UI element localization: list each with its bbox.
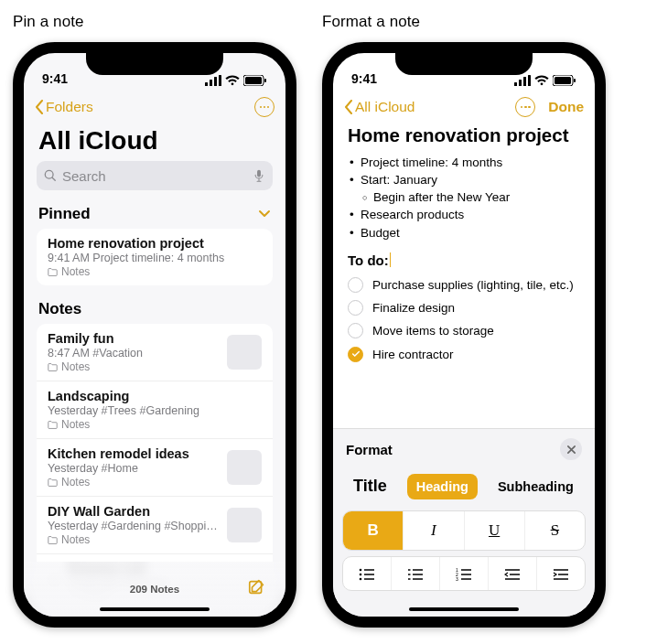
style-title-button[interactable]: Title: [344, 471, 396, 501]
svg-rect-12: [514, 82, 517, 86]
strikethrough-button[interactable]: S: [525, 511, 585, 550]
search-icon: [44, 169, 57, 182]
svg-rect-18: [574, 79, 576, 82]
note-title[interactable]: Home renovation project: [333, 124, 595, 154]
svg-rect-15: [528, 75, 531, 86]
bullet-item[interactable]: Research products: [361, 206, 580, 223]
bullet-list-icon: [359, 568, 375, 581]
search-input[interactable]: Search: [37, 161, 273, 190]
checklist-item[interactable]: Purchase supplies (lighting, tile, etc.): [348, 274, 580, 296]
note-thumbnail: [227, 508, 262, 542]
note-count: 209 Notes: [130, 584, 179, 595]
wifi-icon: [225, 75, 240, 86]
note-row[interactable]: Home renovation project 9:41 AM Project …: [37, 229, 273, 285]
svg-point-19: [360, 569, 362, 572]
checklist-item[interactable]: Finalize design: [348, 296, 580, 319]
bullet-item[interactable]: Start: January Begin after the New Year: [361, 171, 580, 206]
back-button[interactable]: Folders: [35, 99, 93, 115]
svg-rect-6: [264, 79, 266, 82]
dash-list-button[interactable]: [392, 557, 440, 591]
cellular-icon: [205, 75, 221, 86]
svg-rect-14: [523, 77, 526, 86]
folder-icon: [48, 535, 58, 545]
chevron-left-icon: [35, 100, 44, 114]
panel-title-right: Format a note: [322, 13, 606, 31]
svg-rect-0: [205, 82, 208, 86]
done-button[interactable]: Done: [548, 99, 584, 115]
status-time: 9:41: [42, 71, 68, 86]
dash-list-icon: [407, 568, 424, 581]
folder-icon: [48, 362, 58, 372]
notch: [395, 51, 533, 75]
note-thumbnail: [227, 450, 262, 485]
outdent-icon: [504, 568, 521, 581]
search-placeholder: Search: [62, 168, 106, 184]
note-folder: Notes: [48, 418, 262, 431]
close-button[interactable]: [560, 438, 582, 460]
checkbox-unchecked[interactable]: [348, 323, 363, 338]
note-body[interactable]: Project timeline: 4 months Start: Januar…: [333, 154, 595, 366]
todo-heading[interactable]: To do:: [348, 251, 580, 270]
more-button[interactable]: [254, 97, 275, 117]
section-pinned-label: Pinned: [38, 205, 91, 223]
checklist-label: Move items to storage: [372, 322, 494, 339]
mic-icon[interactable]: [253, 169, 265, 182]
section-pinned-header[interactable]: Pinned: [24, 199, 285, 229]
style-body-button[interactable]: Body: [594, 474, 595, 499]
bullet-item[interactable]: Budget: [361, 224, 580, 242]
bullet-item[interactable]: Project timeline: 4 months: [361, 154, 580, 171]
svg-rect-17: [554, 77, 571, 84]
indent-icon: [553, 568, 569, 581]
cellular-icon: [514, 75, 531, 86]
number-list-button[interactable]: 123: [440, 557, 489, 591]
svg-rect-2: [214, 77, 217, 86]
note-folder: Notes: [48, 265, 262, 278]
note-subtitle: Yesterday #Home: [48, 462, 220, 475]
section-notes-header: Notes: [24, 295, 285, 324]
bullet-list-button[interactable]: [343, 557, 392, 591]
checklist-item[interactable]: Move items to storage: [348, 319, 580, 342]
note-title: Home renovation project: [48, 236, 262, 251]
chevron-left-icon: [344, 100, 353, 114]
back-label: Folders: [46, 99, 93, 115]
svg-rect-3: [219, 75, 221, 86]
svg-rect-9: [257, 170, 261, 177]
note-folder: Notes: [48, 533, 220, 546]
folder-icon: [48, 478, 58, 488]
note-row[interactable]: Kitchen remodel ideasYesterday #HomeNote…: [37, 439, 273, 497]
bullet-sub-item[interactable]: Begin after the New Year: [373, 188, 580, 206]
note-thumbnail: [227, 335, 262, 370]
compose-icon: [247, 577, 267, 597]
section-notes-label: Notes: [38, 300, 81, 318]
svg-line-8: [52, 177, 55, 180]
more-button[interactable]: [515, 97, 535, 117]
note-subtitle: Yesterday #Trees #Gardening: [48, 404, 262, 417]
svg-rect-1: [210, 80, 212, 86]
note-row[interactable]: DIY Wall GardenYesterday #Gardening #Sho…: [37, 497, 273, 554]
note-row[interactable]: LandscapingYesterday #Trees #GardeningNo…: [37, 381, 273, 439]
checkbox-checked[interactable]: [348, 347, 363, 362]
underline-button[interactable]: U: [465, 511, 525, 550]
format-title: Format: [346, 442, 393, 457]
style-subheading-button[interactable]: Subheading: [489, 474, 583, 499]
style-heading-button[interactable]: Heading: [407, 474, 478, 499]
checkbox-unchecked[interactable]: [348, 300, 363, 316]
svg-text:3: 3: [456, 576, 458, 581]
checkbox-unchecked[interactable]: [348, 277, 363, 293]
phone-left: 9:41 Folders All iCloud Search: [13, 42, 296, 628]
note-title: Landscaping: [48, 389, 262, 403]
checklist-label: Hire contractor: [372, 346, 454, 363]
bold-button[interactable]: B: [343, 511, 404, 550]
italic-button[interactable]: I: [404, 511, 464, 550]
chevron-down-icon: [258, 205, 271, 223]
compose-button[interactable]: [247, 577, 267, 601]
wifi-icon: [534, 75, 549, 86]
checklist-item[interactable]: Hire contractor: [348, 343, 580, 366]
outdent-button[interactable]: [489, 557, 537, 591]
indent-button[interactable]: [537, 557, 585, 591]
folder-icon: [48, 267, 58, 277]
notch: [86, 51, 223, 75]
battery-icon: [553, 75, 576, 86]
note-row[interactable]: Family fun8:47 AM #VacationNotes: [37, 324, 273, 381]
back-button[interactable]: All iCloud: [344, 99, 415, 115]
